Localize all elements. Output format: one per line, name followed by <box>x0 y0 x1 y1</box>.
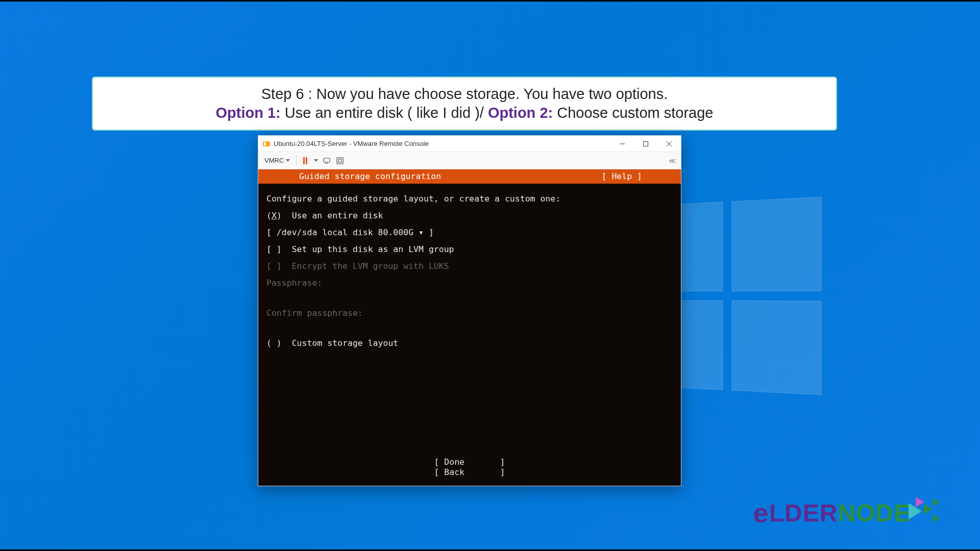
caret-down-icon <box>286 159 290 162</box>
option-custom-layout[interactable]: ( ) Custom storage layout <box>258 335 681 352</box>
blank-line <box>258 292 681 305</box>
vmrc-label: VMRC <box>264 157 284 164</box>
toolbar: VMRC ≪ <box>258 152 681 169</box>
close-button[interactable] <box>657 136 681 152</box>
banner-line2: Option 1: Use an entire disk ( like I di… <box>108 105 821 121</box>
window-title: Ubuntu-20.04LTS-Server - VMware Remote C… <box>274 140 610 147</box>
option2-text: Choose custom storage <box>553 105 713 121</box>
blank-line-2 <box>258 322 681 335</box>
lvm-checkbox[interactable]: [ ] Set up this disk as an LVM group <box>258 241 681 258</box>
send-ctrl-alt-del-button[interactable] <box>322 156 331 165</box>
collapse-icon[interactable]: ≪ <box>668 156 677 165</box>
svg-rect-6 <box>324 158 330 162</box>
titlebar[interactable]: Ubuntu-20.04LTS-Server - VMware Remote C… <box>258 136 681 152</box>
vmware-icon <box>262 140 271 148</box>
fullscreen-button[interactable] <box>335 156 345 165</box>
logo-play-icon <box>909 495 949 531</box>
banner-line1: Step 6 : Now you have choose storage. Yo… <box>108 86 821 103</box>
installer-header: Guided storage configuration [ Help ] <box>258 169 681 184</box>
encrypt-checkbox: [ ] Encrypt the LVM group with LUKS <box>258 258 681 275</box>
pause-icon <box>303 157 307 164</box>
installer-title: Guided storage configuration <box>299 172 441 181</box>
minimize-button[interactable] <box>610 136 634 152</box>
option1-text: Use an entire disk ( like I did )/ <box>281 105 488 121</box>
eldernode-logo: eLDERNODE <box>753 495 949 531</box>
pause-caret-icon[interactable] <box>314 159 318 162</box>
installer-actions: [ Done ] [ Back ] <box>258 458 681 479</box>
option-entire-disk[interactable]: (X) Use an entire disk <box>258 208 681 224</box>
option1-label: Option 1: <box>215 105 280 121</box>
svg-rect-9 <box>338 159 341 162</box>
confirm-passphrase-label: Confirm passphrase: <box>258 305 681 322</box>
intro-text: Configure a guided storage layout, or cr… <box>258 191 681 208</box>
vmrc-menu[interactable]: VMRC <box>262 155 292 166</box>
help-button[interactable]: [ Help ] <box>602 172 642 181</box>
logo-lder: LDER <box>769 499 838 527</box>
logo-node: NODE <box>838 499 911 527</box>
installer-body: Configure a guided storage layout, or cr… <box>258 184 681 352</box>
svg-rect-1 <box>264 142 266 145</box>
passphrase-label: Passphrase: <box>258 275 681 292</box>
maximize-button[interactable] <box>634 136 657 152</box>
option2-label: Option 2: <box>488 105 553 121</box>
done-button[interactable]: [ Done ] <box>258 458 681 468</box>
logo-e: e <box>753 497 769 529</box>
back-button[interactable]: [ Back ] <box>258 468 681 479</box>
disk-selector[interactable]: [ /dev/sda local disk 80.000G ▾ ] <box>258 224 681 241</box>
vmware-window: Ubuntu-20.04LTS-Server - VMware Remote C… <box>258 135 681 486</box>
svg-rect-8 <box>337 158 343 164</box>
svg-rect-3 <box>644 141 648 146</box>
pause-button[interactable] <box>301 156 310 165</box>
instruction-banner: Step 6 : Now you have choose storage. Yo… <box>92 77 837 131</box>
separator <box>296 156 297 166</box>
console[interactable]: Guided storage configuration [ Help ] Co… <box>258 169 681 486</box>
